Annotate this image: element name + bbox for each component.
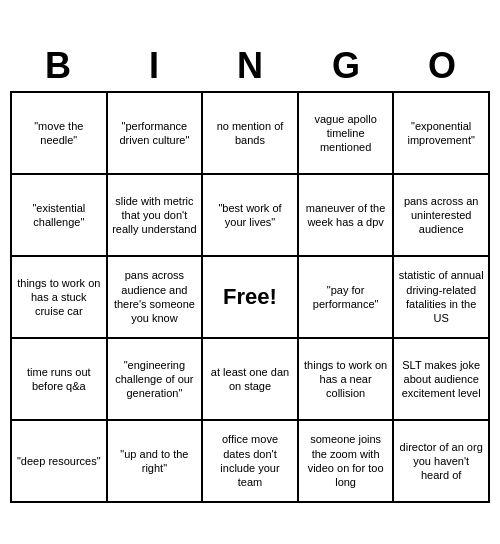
- bingo-cell-15[interactable]: time runs out before q&a: [12, 339, 108, 421]
- bingo-grid: "move the needle""performance driven cul…: [10, 91, 490, 503]
- bingo-cell-text-11: pans across audience and there's someone…: [112, 268, 198, 325]
- bingo-cell-text-2: no mention of bands: [207, 119, 293, 148]
- bingo-cell-9[interactable]: pans across an uninterested audience: [394, 175, 490, 257]
- bingo-cell-text-24: director of an org you haven't heard of: [398, 440, 484, 483]
- bingo-cell-text-3: vague apollo timeline mentioned: [303, 112, 389, 155]
- bingo-title: BINGO: [10, 41, 490, 91]
- bingo-cell-text-19: SLT makes joke about audience excitement…: [398, 358, 484, 401]
- bingo-letter-n: N: [206, 45, 294, 87]
- bingo-cell-text-9: pans across an uninterested audience: [398, 194, 484, 237]
- bingo-cell-text-21: "up and to the right": [112, 447, 198, 476]
- bingo-cell-text-22: office move dates don't include your tea…: [207, 432, 293, 489]
- bingo-cell-text-12: Free!: [207, 283, 293, 312]
- bingo-cell-text-17: at least one dan on stage: [207, 365, 293, 394]
- bingo-letter-o: O: [398, 45, 486, 87]
- bingo-cell-text-18: things to work on has a near collision: [303, 358, 389, 401]
- bingo-cell-text-7: "best work of your lives": [207, 201, 293, 230]
- bingo-letter-i: I: [110, 45, 198, 87]
- bingo-cell-20[interactable]: "deep resources": [12, 421, 108, 503]
- bingo-cell-23[interactable]: someone joins the zoom with video on for…: [299, 421, 395, 503]
- bingo-cell-17[interactable]: at least one dan on stage: [203, 339, 299, 421]
- bingo-cell-14[interactable]: statistic of annual driving-related fata…: [394, 257, 490, 339]
- bingo-cell-text-13: "pay for performance": [303, 283, 389, 312]
- bingo-cell-18[interactable]: things to work on has a near collision: [299, 339, 395, 421]
- bingo-cell-0[interactable]: "move the needle": [12, 93, 108, 175]
- bingo-card: BINGO "move the needle""performance driv…: [10, 41, 490, 503]
- bingo-letter-b: B: [14, 45, 102, 87]
- bingo-cell-text-5: "existential challenge": [16, 201, 102, 230]
- bingo-cell-text-14: statistic of annual driving-related fata…: [398, 268, 484, 325]
- bingo-cell-3[interactable]: vague apollo timeline mentioned: [299, 93, 395, 175]
- bingo-cell-19[interactable]: SLT makes joke about audience excitement…: [394, 339, 490, 421]
- bingo-cell-7[interactable]: "best work of your lives": [203, 175, 299, 257]
- bingo-letter-g: G: [302, 45, 390, 87]
- bingo-cell-12[interactable]: Free!: [203, 257, 299, 339]
- bingo-cell-22[interactable]: office move dates don't include your tea…: [203, 421, 299, 503]
- bingo-cell-10[interactable]: things to work on has a stuck cruise car: [12, 257, 108, 339]
- bingo-cell-13[interactable]: "pay for performance": [299, 257, 395, 339]
- bingo-cell-2[interactable]: no mention of bands: [203, 93, 299, 175]
- bingo-cell-text-8: maneuver of the week has a dpv: [303, 201, 389, 230]
- bingo-cell-text-15: time runs out before q&a: [16, 365, 102, 394]
- bingo-cell-5[interactable]: "existential challenge": [12, 175, 108, 257]
- bingo-cell-11[interactable]: pans across audience and there's someone…: [108, 257, 204, 339]
- bingo-cell-text-10: things to work on has a stuck cruise car: [16, 276, 102, 319]
- bingo-cell-1[interactable]: "performance driven culture": [108, 93, 204, 175]
- bingo-cell-text-4: "exponential improvement": [398, 119, 484, 148]
- bingo-cell-6[interactable]: slide with metric that you don't really …: [108, 175, 204, 257]
- bingo-cell-text-16: "engineering challenge of our generation…: [112, 358, 198, 401]
- bingo-cell-16[interactable]: "engineering challenge of our generation…: [108, 339, 204, 421]
- bingo-cell-text-20: "deep resources": [16, 454, 102, 468]
- bingo-cell-text-1: "performance driven culture": [112, 119, 198, 148]
- bingo-cell-4[interactable]: "exponential improvement": [394, 93, 490, 175]
- bingo-cell-text-0: "move the needle": [16, 119, 102, 148]
- bingo-cell-text-6: slide with metric that you don't really …: [112, 194, 198, 237]
- bingo-cell-24[interactable]: director of an org you haven't heard of: [394, 421, 490, 503]
- bingo-cell-8[interactable]: maneuver of the week has a dpv: [299, 175, 395, 257]
- bingo-cell-21[interactable]: "up and to the right": [108, 421, 204, 503]
- bingo-cell-text-23: someone joins the zoom with video on for…: [303, 432, 389, 489]
